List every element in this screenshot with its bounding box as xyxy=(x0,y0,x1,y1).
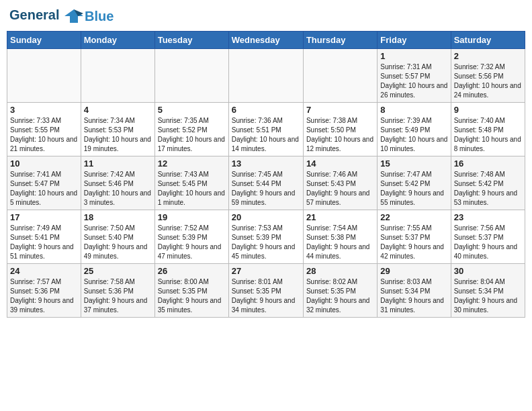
day-info: Sunrise: 7:54 AM Sunset: 5:38 PM Dayligh… xyxy=(306,224,374,261)
calendar-cell: 8Sunrise: 7:39 AM Sunset: 5:49 PM Daylig… xyxy=(378,103,451,156)
day-number: 28 xyxy=(306,266,374,276)
day-info: Sunrise: 7:34 AM Sunset: 5:53 PM Dayligh… xyxy=(84,116,152,154)
calendar-cell: 20Sunrise: 7:53 AM Sunset: 5:39 PM Dayli… xyxy=(228,210,303,264)
calendar-cell: 29Sunrise: 8:03 AM Sunset: 5:34 PM Dayli… xyxy=(378,264,451,318)
calendar-cell xyxy=(81,49,154,103)
day-info: Sunrise: 7:52 AM Sunset: 5:39 PM Dayligh… xyxy=(158,224,226,261)
day-info: Sunrise: 7:32 AM Sunset: 5:56 PM Dayligh… xyxy=(454,62,522,100)
calendar-week-row: 10Sunrise: 7:41 AM Sunset: 5:47 PM Dayli… xyxy=(7,156,525,210)
day-info: Sunrise: 7:58 AM Sunset: 5:36 PM Dayligh… xyxy=(84,277,152,315)
day-number: 25 xyxy=(84,266,152,276)
calendar-cell: 3Sunrise: 7:33 AM Sunset: 5:55 PM Daylig… xyxy=(7,103,81,156)
day-number: 19 xyxy=(158,212,226,222)
day-info: Sunrise: 7:45 AM Sunset: 5:44 PM Dayligh… xyxy=(232,170,300,208)
logo-text-general: General xyxy=(9,7,59,22)
calendar-cell: 12Sunrise: 7:43 AM Sunset: 5:45 PM Dayli… xyxy=(154,156,228,210)
day-number: 11 xyxy=(84,158,152,169)
day-number: 22 xyxy=(380,212,447,222)
calendar-week-row: 1Sunrise: 7:31 AM Sunset: 5:57 PM Daylig… xyxy=(7,49,525,103)
calendar-cell: 10Sunrise: 7:41 AM Sunset: 5:47 PM Dayli… xyxy=(7,156,81,210)
weekday-header-sunday: Sunday xyxy=(7,32,81,49)
calendar-cell: 18Sunrise: 7:50 AM Sunset: 5:40 PM Dayli… xyxy=(81,210,154,264)
logo: General Blue xyxy=(9,7,114,26)
calendar-week-row: 24Sunrise: 7:57 AM Sunset: 5:36 PM Dayli… xyxy=(7,264,525,318)
day-number: 12 xyxy=(158,158,226,169)
calendar-cell xyxy=(154,49,228,103)
calendar-cell: 30Sunrise: 8:04 AM Sunset: 5:34 PM Dayli… xyxy=(451,264,525,318)
day-info: Sunrise: 7:40 AM Sunset: 5:48 PM Dayligh… xyxy=(454,116,522,154)
day-number: 17 xyxy=(10,212,78,222)
day-info: Sunrise: 8:00 AM Sunset: 5:35 PM Dayligh… xyxy=(158,277,226,315)
calendar-week-row: 17Sunrise: 7:49 AM Sunset: 5:41 PM Dayli… xyxy=(7,210,525,264)
calendar-cell: 27Sunrise: 8:01 AM Sunset: 5:35 PM Dayli… xyxy=(228,264,303,318)
day-info: Sunrise: 7:49 AM Sunset: 5:41 PM Dayligh… xyxy=(10,224,78,261)
calendar-week-row: 3Sunrise: 7:33 AM Sunset: 5:55 PM Daylig… xyxy=(7,103,525,156)
day-info: Sunrise: 7:41 AM Sunset: 5:47 PM Dayligh… xyxy=(10,170,78,208)
calendar-cell: 26Sunrise: 8:00 AM Sunset: 5:35 PM Dayli… xyxy=(154,264,228,318)
calendar-cell: 6Sunrise: 7:36 AM Sunset: 5:51 PM Daylig… xyxy=(228,103,303,156)
calendar-cell: 23Sunrise: 7:56 AM Sunset: 5:37 PM Dayli… xyxy=(451,210,525,264)
day-number: 6 xyxy=(232,105,300,115)
day-info: Sunrise: 7:47 AM Sunset: 5:42 PM Dayligh… xyxy=(380,170,447,208)
calendar-cell: 16Sunrise: 7:48 AM Sunset: 5:42 PM Dayli… xyxy=(451,156,525,210)
calendar-cell xyxy=(228,49,303,103)
day-number: 10 xyxy=(10,158,78,169)
day-number: 15 xyxy=(380,158,447,169)
calendar-cell: 25Sunrise: 7:58 AM Sunset: 5:36 PM Dayli… xyxy=(81,264,154,318)
day-number: 18 xyxy=(84,212,152,222)
day-info: Sunrise: 7:57 AM Sunset: 5:36 PM Dayligh… xyxy=(10,277,78,315)
day-number: 23 xyxy=(454,212,522,222)
calendar-cell: 14Sunrise: 7:46 AM Sunset: 5:43 PM Dayli… xyxy=(303,156,377,210)
day-info: Sunrise: 7:33 AM Sunset: 5:55 PM Dayligh… xyxy=(10,116,78,154)
day-number: 21 xyxy=(306,212,374,222)
weekday-header-friday: Friday xyxy=(378,32,451,49)
day-number: 24 xyxy=(10,266,78,276)
day-number: 27 xyxy=(232,266,300,276)
weekday-header-thursday: Thursday xyxy=(303,32,377,49)
day-info: Sunrise: 8:02 AM Sunset: 5:35 PM Dayligh… xyxy=(306,277,374,315)
weekday-header-monday: Monday xyxy=(81,32,154,49)
day-number: 30 xyxy=(454,266,522,276)
day-info: Sunrise: 7:31 AM Sunset: 5:57 PM Dayligh… xyxy=(380,62,447,100)
day-info: Sunrise: 7:48 AM Sunset: 5:42 PM Dayligh… xyxy=(454,170,522,208)
calendar-cell: 9Sunrise: 7:40 AM Sunset: 5:48 PM Daylig… xyxy=(451,103,525,156)
day-info: Sunrise: 7:55 AM Sunset: 5:37 PM Dayligh… xyxy=(380,224,447,261)
calendar-cell: 2Sunrise: 7:32 AM Sunset: 5:56 PM Daylig… xyxy=(451,49,525,103)
day-number: 2 xyxy=(454,51,522,61)
weekday-header-wednesday: Wednesday xyxy=(228,32,303,49)
svg-marker-0 xyxy=(64,9,83,23)
day-number: 3 xyxy=(10,105,78,115)
weekday-header-row: SundayMondayTuesdayWednesdayThursdayFrid… xyxy=(7,32,525,49)
calendar-cell: 28Sunrise: 8:02 AM Sunset: 5:35 PM Dayli… xyxy=(303,264,377,318)
calendar-table: SundayMondayTuesdayWednesdayThursdayFrid… xyxy=(7,31,525,318)
day-info: Sunrise: 8:03 AM Sunset: 5:34 PM Dayligh… xyxy=(380,277,447,315)
calendar-cell xyxy=(303,49,377,103)
day-info: Sunrise: 7:50 AM Sunset: 5:40 PM Dayligh… xyxy=(84,224,152,261)
day-number: 26 xyxy=(158,266,226,276)
day-info: Sunrise: 7:43 AM Sunset: 5:45 PM Dayligh… xyxy=(158,170,226,208)
day-info: Sunrise: 7:38 AM Sunset: 5:50 PM Dayligh… xyxy=(306,116,374,154)
day-number: 5 xyxy=(158,105,226,115)
day-number: 13 xyxy=(232,158,300,169)
day-number: 8 xyxy=(380,105,447,115)
calendar-cell: 4Sunrise: 7:34 AM Sunset: 5:53 PM Daylig… xyxy=(81,103,154,156)
day-info: Sunrise: 7:35 AM Sunset: 5:52 PM Dayligh… xyxy=(158,116,226,154)
day-number: 1 xyxy=(380,51,447,61)
day-info: Sunrise: 7:53 AM Sunset: 5:39 PM Dayligh… xyxy=(232,224,300,261)
day-info: Sunrise: 7:56 AM Sunset: 5:37 PM Dayligh… xyxy=(454,224,522,261)
calendar-cell: 17Sunrise: 7:49 AM Sunset: 5:41 PM Dayli… xyxy=(7,210,81,264)
day-info: Sunrise: 8:01 AM Sunset: 5:35 PM Dayligh… xyxy=(232,277,300,315)
day-number: 4 xyxy=(84,105,152,115)
day-number: 14 xyxy=(306,158,374,169)
calendar-cell: 21Sunrise: 7:54 AM Sunset: 5:38 PM Dayli… xyxy=(303,210,377,264)
calendar-cell: 7Sunrise: 7:38 AM Sunset: 5:50 PM Daylig… xyxy=(303,103,377,156)
day-info: Sunrise: 7:42 AM Sunset: 5:46 PM Dayligh… xyxy=(84,170,152,208)
calendar-cell: 22Sunrise: 7:55 AM Sunset: 5:37 PM Dayli… xyxy=(378,210,451,264)
calendar-cell: 1Sunrise: 7:31 AM Sunset: 5:57 PM Daylig… xyxy=(378,49,451,103)
calendar-cell: 13Sunrise: 7:45 AM Sunset: 5:44 PM Dayli… xyxy=(228,156,303,210)
day-number: 20 xyxy=(232,212,300,222)
calendar-cell: 19Sunrise: 7:52 AM Sunset: 5:39 PM Dayli… xyxy=(154,210,228,264)
day-info: Sunrise: 7:36 AM Sunset: 5:51 PM Dayligh… xyxy=(232,116,300,154)
day-number: 7 xyxy=(306,105,374,115)
page-header: General Blue xyxy=(7,7,525,26)
